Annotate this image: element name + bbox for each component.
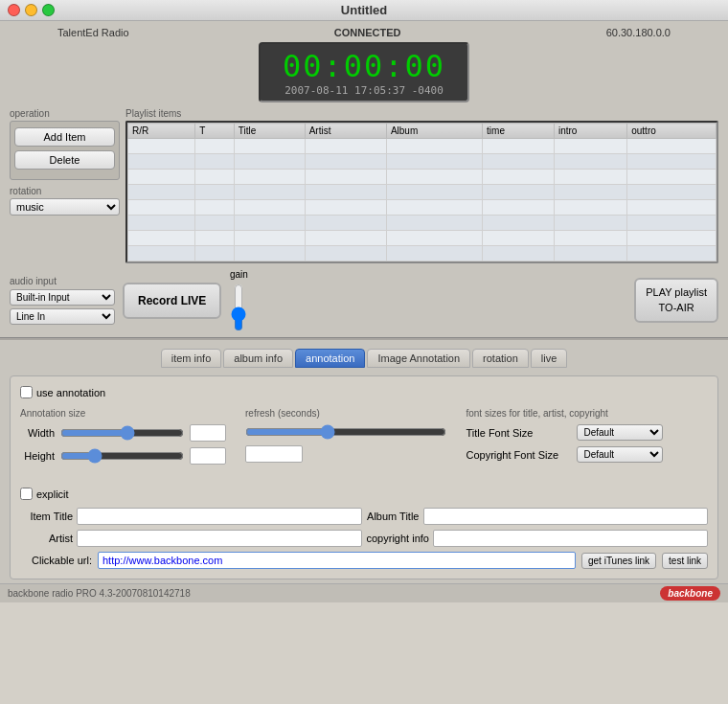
- copyright-font-select[interactable]: Default Small Medium Large: [577, 446, 663, 463]
- explicit-checkbox[interactable]: [20, 488, 33, 500]
- artist-label: Artist: [20, 533, 73, 544]
- audio-input-section: audio input Built-in Input External Inpu…: [10, 276, 115, 325]
- playlist-table-wrapper: R/R T Title Artist Album time intro outt…: [125, 121, 718, 263]
- delete-button[interactable]: Delete: [14, 150, 115, 170]
- copyright-input[interactable]: [433, 530, 708, 547]
- use-annotation-label: use annotation: [36, 387, 105, 398]
- operation-panel: operation Add Item Delete rotation music…: [10, 108, 120, 263]
- album-title-label: Album Title: [367, 511, 420, 522]
- album-title-input[interactable]: [423, 508, 709, 525]
- status-bar: backbone radio PRO 4.3-20070810142718 ba…: [0, 583, 728, 602]
- form-section: explicit Item Title Album Title Artist: [20, 480, 708, 569]
- gain-section: gain: [229, 269, 248, 331]
- play-playlist-button[interactable]: PLAY playlist TO-AIR: [634, 278, 718, 323]
- top-section: TalentEd Radio CONNECTED 60.30.180.0.0 0…: [0, 21, 728, 337]
- table-row: [128, 216, 717, 231]
- item-title-pair: Item Title: [20, 508, 362, 525]
- playlist-table: R/R T Title Artist Album time intro outt…: [127, 123, 717, 261]
- font-sizes-col: font sizes for title, artist, copyright …: [466, 408, 708, 470]
- controls-row: audio input Built-in Input External Inpu…: [10, 269, 718, 331]
- artist-pair: Artist: [20, 530, 362, 547]
- rotation-select[interactable]: music talk jingle: [10, 198, 120, 216]
- tab-item-info[interactable]: item info: [161, 349, 222, 368]
- bottom-section: item info album info annotation Image An…: [0, 341, 728, 602]
- refresh-slider[interactable]: [245, 424, 446, 440]
- height-label: Height: [20, 450, 55, 462]
- maximize-button[interactable]: [42, 4, 55, 16]
- annotation-settings-row: Annotation size Width Height refresh (se…: [20, 408, 708, 470]
- table-row: [128, 231, 717, 246]
- test-link-button[interactable]: test link: [662, 553, 708, 569]
- audio-input1-select[interactable]: Built-in Input External Input: [10, 289, 115, 306]
- use-annotation-row: use annotation: [20, 386, 708, 398]
- title-row: Item Title Album Title: [20, 508, 708, 525]
- width-value[interactable]: [190, 424, 226, 442]
- rotation-box: rotation music talk jingle: [10, 186, 120, 216]
- add-item-button[interactable]: Add Item: [14, 127, 115, 147]
- close-button[interactable]: [8, 4, 20, 16]
- copyright-pair: copyright info: [367, 530, 709, 547]
- col-t: T: [195, 124, 235, 139]
- rotation-label: rotation: [10, 186, 120, 196]
- refresh-value[interactable]: [245, 445, 303, 463]
- size-label: Annotation size: [20, 408, 226, 419]
- tab-annotation[interactable]: annotation: [295, 349, 365, 368]
- station-name: TalentEd Radio: [57, 27, 129, 38]
- height-row: Height: [20, 447, 226, 465]
- clock-time: 00:00:00: [268, 48, 460, 84]
- playlist-label: Playlist items: [125, 108, 718, 119]
- backbone-logo: backbone: [660, 586, 720, 601]
- height-slider[interactable]: [60, 448, 184, 464]
- size-col: Annotation size Width Height: [20, 408, 226, 470]
- url-input[interactable]: [98, 552, 576, 569]
- title-font-select[interactable]: Default Small Medium Large: [577, 424, 663, 441]
- connection-status: CONNECTED: [334, 27, 401, 38]
- play-playlist-line1: PLAY playlist: [646, 286, 707, 298]
- main-row: operation Add Item Delete rotation music…: [10, 108, 718, 263]
- get-itunes-link-button[interactable]: get iTunes link: [581, 553, 656, 569]
- table-row: [128, 246, 717, 261]
- col-outtro: outtro: [627, 124, 717, 139]
- operation-label: operation: [10, 108, 120, 119]
- col-rr: R/R: [128, 124, 195, 139]
- explicit-label: explicit: [36, 488, 69, 500]
- gain-slider[interactable]: [229, 284, 248, 331]
- width-slider[interactable]: [60, 425, 184, 441]
- tab-album-info[interactable]: album info: [223, 349, 293, 368]
- tab-image-annotation[interactable]: Image Annotation: [367, 349, 470, 368]
- height-value[interactable]: [190, 447, 226, 465]
- item-title-label: Item Title: [20, 511, 73, 522]
- album-title-pair: Album Title: [367, 508, 709, 525]
- clock-display: 00:00:00 2007-08-11 17:05:37 -0400: [259, 42, 469, 102]
- url-row: Clickable url: get iTunes link test link: [20, 552, 708, 569]
- refresh-label: refresh (seconds): [245, 408, 446, 419]
- header-info: TalentEd Radio CONNECTED 60.30.180.0.0: [10, 27, 718, 38]
- artist-input[interactable]: [77, 530, 362, 547]
- item-title-input[interactable]: [77, 508, 362, 525]
- tab-panel: use annotation Annotation size Width Hei…: [10, 375, 718, 579]
- font-sizes-label: font sizes for title, artist, copyright: [466, 408, 708, 419]
- use-annotation-checkbox[interactable]: [20, 386, 33, 398]
- width-row: Width: [20, 424, 226, 442]
- tab-live[interactable]: live: [531, 349, 568, 368]
- copyright-font-label: Copyright Font Size: [466, 449, 571, 461]
- audio-input2-select[interactable]: Line In Microphone: [10, 308, 115, 325]
- input2-row: Line In Microphone: [10, 308, 115, 325]
- refresh-col: refresh (seconds): [245, 408, 446, 470]
- playlist-section: Playlist items R/R T Title Artist Album …: [125, 108, 718, 263]
- gain-label: gain: [230, 269, 248, 280]
- copyright-label: copyright info: [367, 533, 429, 544]
- table-row: [128, 185, 717, 200]
- clickable-url-label: Clickable url:: [20, 555, 92, 566]
- window-controls[interactable]: [8, 4, 55, 16]
- tab-rotation[interactable]: rotation: [472, 349, 529, 368]
- artist-row: Artist copyright info: [20, 530, 708, 547]
- input1-row: Built-in Input External Input: [10, 289, 115, 306]
- minimize-button[interactable]: [25, 4, 37, 16]
- tabs-row: item info album info annotation Image An…: [10, 349, 718, 368]
- col-album: Album: [386, 124, 482, 139]
- operation-box: Add Item Delete: [10, 121, 120, 180]
- title-font-label: Title Font Size: [466, 427, 571, 439]
- record-live-button[interactable]: Record LIVE: [123, 283, 221, 319]
- copyright-font-row: Copyright Font Size Default Small Medium…: [466, 446, 708, 463]
